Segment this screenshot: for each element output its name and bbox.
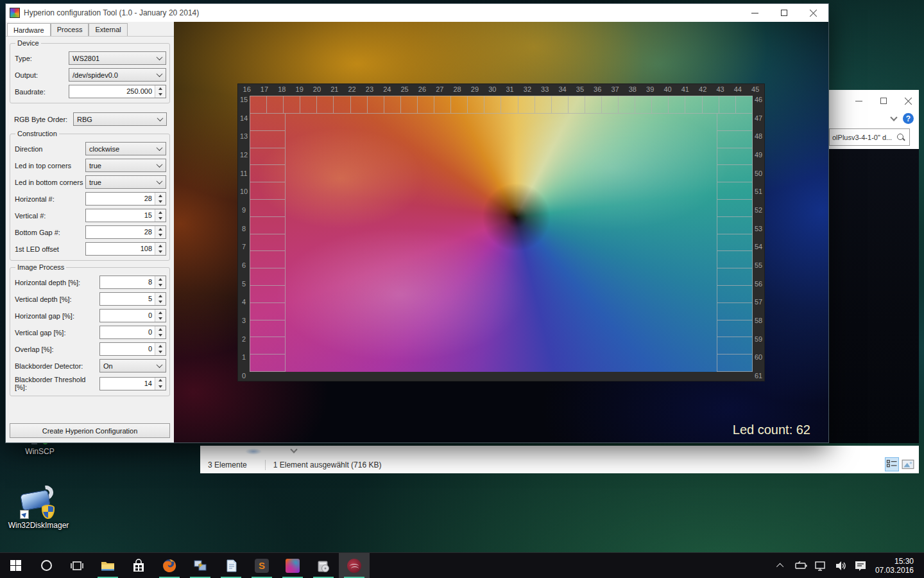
direction-combo[interactable]: clockwise [85,142,166,155]
led-cell [685,96,702,114]
chevron-down-icon [157,161,163,168]
icon-label: WinSCP [25,447,54,456]
construction-group: Construction Direction clockwise Led in … [10,134,170,261]
led-cell [300,96,317,114]
desktop-icon-win32diskimager[interactable]: Win32DiskImager [8,486,69,530]
blackborder-threshold-spinner[interactable]: 14 [99,377,166,390]
create-config-button[interactable]: Create Hyperion Configuration [10,423,170,438]
overlap-spinner[interactable]: 0 [99,342,166,356]
spinner-buttons[interactable] [155,378,166,390]
spinner-buttons[interactable] [155,209,166,222]
spinner-buttons[interactable] [155,293,166,305]
led-cell [717,320,753,338]
chevron-down-icon[interactable] [289,447,299,455]
spinner-buttons[interactable] [155,193,166,205]
minimize-button[interactable] [740,4,769,22]
help-icon[interactable]: ? [903,113,914,124]
chevron-down-icon[interactable] [890,114,897,121]
start-button[interactable] [0,553,31,578]
action-center-button[interactable] [853,553,868,578]
led-cells-top [250,96,753,114]
horizontal-count-spinner[interactable]: 28 [85,192,166,206]
led-cell [368,96,384,114]
battery-icon [793,558,809,574]
sublime-text-button[interactable]: S [246,553,277,578]
led-bottom-corners-combo[interactable]: true [85,175,166,189]
maximize-icon[interactable] [880,98,887,104]
spinner-buttons[interactable] [155,243,166,255]
led-number: 4 [238,298,250,306]
winscp-button[interactable] [185,553,216,578]
vertical-depth-spinner[interactable]: 5 [99,292,166,306]
color-gradient-icon [286,559,300,573]
rgb-byte-order-combo[interactable]: RBG [73,112,167,126]
device-type-combo[interactable]: WS2801 [69,51,166,65]
tab-process[interactable]: Process [51,23,89,36]
volume-indicator[interactable] [833,553,848,578]
spinner-buttons[interactable] [155,326,166,338]
title-bar[interactable]: Hyperion configuration Tool (1.0 - Janua… [6,4,828,22]
bottom-gap-spinner[interactable]: 28 [85,225,166,239]
blackborder-detector-combo[interactable]: On [99,359,166,372]
system-tray: 15:30 07.03.2016 [773,553,924,578]
installer-button[interactable] [308,553,339,578]
led-cell [717,268,753,286]
clock-time: 15:30 [894,557,914,566]
vertical-count-spinner[interactable]: 15 [85,209,166,222]
task-view-button[interactable] [62,553,92,578]
explorer-status-bar: 3 Elemente 1 Element ausgewählt (716 KB) [200,457,919,473]
led-number: 17 [255,84,273,96]
spinner-buttons[interactable] [155,343,166,355]
search-icon[interactable] [896,133,905,142]
led-number: 46 [753,96,764,103]
led-number: 19 [291,84,308,96]
network-indicator[interactable] [813,553,828,578]
device-output-combo[interactable]: /dev/spidev0.0 [69,68,166,82]
led-cell [717,200,753,217]
maximize-button[interactable] [769,4,799,22]
spinner-buttons[interactable] [155,226,166,238]
led-number: 60 [753,353,764,361]
chevron-down-icon [157,54,163,60]
vertical-gap-spinner[interactable]: 0 [99,326,166,339]
explorer-search-box[interactable] [829,128,910,146]
spinner-buttons[interactable] [155,310,166,322]
explorer-window-fragment: ? [829,90,919,149]
file-explorer-button[interactable] [92,553,123,578]
led-cell [484,96,501,114]
spinner-buttons[interactable] [155,276,166,288]
led-cell [717,234,753,252]
tab-external[interactable]: External [89,23,127,36]
minimize-icon[interactable] [855,101,862,101]
hyperion-window: Hyperion configuration Tool (1.0 - Janua… [5,3,829,443]
led-cell [451,96,468,114]
led-top-corners-combo[interactable]: true [85,159,166,172]
search-button[interactable] [31,553,62,578]
store-button[interactable] [123,553,154,578]
first-led-offset-label: 1st LED offset [15,245,85,253]
horizontal-depth-spinner[interactable]: 8 [99,276,166,289]
battery-indicator[interactable] [793,553,809,578]
search-input[interactable] [832,134,896,141]
horizontal-gap-spinner[interactable]: 0 [99,309,166,322]
led-number: 61 [753,372,764,380]
hyperion-colors-button[interactable] [277,553,308,578]
hyperion-tool-running-button[interactable] [339,553,370,578]
tab-hardware[interactable]: Hardware [7,23,51,37]
led-numbers-top: 1617181920212223242526272829303132333435… [238,84,764,96]
led-top-corners-label: Led in top corners [15,162,85,170]
led-number: 7 [238,243,250,250]
led-number: 32 [518,84,536,96]
tray-expand-button[interactable] [773,553,789,578]
baudrate-spinner[interactable]: 250.000 [69,85,166,98]
firefox-button[interactable] [154,553,185,578]
notepad-button[interactable] [216,553,246,578]
taskbar-clock[interactable]: 15:30 07.03.2016 [873,557,919,575]
led-cell [250,96,267,114]
close-icon[interactable] [905,97,912,105]
first-led-offset-spinner[interactable]: 108 [85,242,166,256]
spinner-buttons[interactable] [155,85,166,98]
thumbnail-view-button[interactable] [901,457,915,471]
details-view-button[interactable] [885,457,899,471]
close-button[interactable] [799,4,828,22]
